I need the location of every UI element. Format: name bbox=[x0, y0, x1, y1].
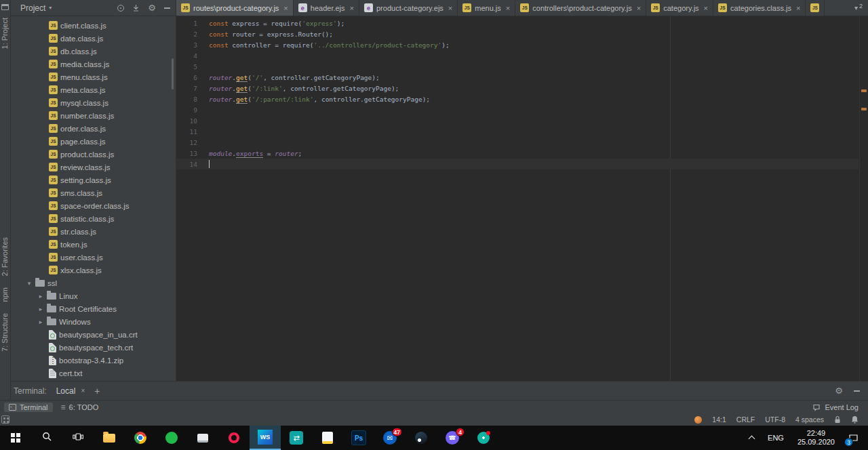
editor-tab[interactable]: eproduct-category.ejs× bbox=[359, 0, 458, 16]
terminal-toolwindow-button[interactable]: › Terminal bbox=[4, 403, 53, 412]
close-tab-icon[interactable]: × bbox=[637, 4, 641, 12]
indent-widget[interactable]: 4 spaces bbox=[795, 415, 824, 424]
caret-position-widget[interactable]: 14:1 bbox=[712, 415, 726, 424]
tree-row[interactable]: JSstatistic.class.js bbox=[11, 212, 176, 225]
tree-row[interactable]: JSmedia.class.js bbox=[11, 58, 176, 70]
editor-tab[interactable]: JScategory.js× bbox=[646, 0, 713, 16]
code-line[interactable]: 8router.get('/:parent/:link', controller… bbox=[176, 94, 859, 104]
code-line[interactable]: 13module.exports = router; bbox=[176, 148, 859, 159]
lock-icon[interactable] bbox=[834, 415, 841, 424]
tree-row[interactable]: JSmeta.class.js bbox=[11, 83, 176, 96]
photoshop-button[interactable]: Ps bbox=[343, 426, 374, 450]
editor-tab[interactable]: eheader.ejs× bbox=[294, 0, 359, 16]
tree-row[interactable]: ▸Linux bbox=[11, 289, 176, 302]
tree-row[interactable]: JSreview.class.js bbox=[11, 161, 176, 173]
tree-row[interactable]: JSstr.class.js bbox=[11, 225, 176, 238]
error-stripe[interactable] bbox=[859, 16, 868, 381]
code-line[interactable]: 9 bbox=[176, 104, 859, 115]
tool-window-button-structure[interactable]: 7: Structure bbox=[1, 313, 9, 352]
tray-clock[interactable]: 22:49 25.09.2020 bbox=[792, 426, 840, 450]
tool-window-button-project[interactable]: 1: Project bbox=[1, 18, 9, 49]
green-circle-app-button[interactable] bbox=[156, 426, 187, 450]
close-tab-icon[interactable]: × bbox=[350, 4, 354, 12]
tree-scrollbar[interactable] bbox=[172, 58, 174, 89]
start-button[interactable] bbox=[0, 426, 31, 450]
teal-dot-app-button[interactable] bbox=[468, 426, 499, 450]
code-line[interactable]: 3const controller = require('../controll… bbox=[176, 39, 859, 50]
close-tab-icon[interactable]: × bbox=[448, 4, 452, 12]
tree-row[interactable]: JSmysql.class.js bbox=[11, 96, 176, 109]
inspection-bell-icon[interactable] bbox=[851, 415, 859, 424]
editor-tab[interactable]: JSroutes\product-category.js× bbox=[176, 0, 294, 16]
tree-row[interactable]: ▾ssl bbox=[11, 277, 176, 289]
editor-tab[interactable]: JS bbox=[806, 0, 825, 16]
code-area[interactable]: 1const express = require('express');2con… bbox=[176, 18, 859, 169]
tool-window-button-npm[interactable]: npm bbox=[1, 287, 9, 302]
code-line[interactable]: 1const express = require('express'); bbox=[176, 18, 859, 28]
new-terminal-session-icon[interactable]: + bbox=[94, 386, 100, 396]
locate-file-icon[interactable] bbox=[117, 5, 124, 12]
tree-row[interactable]: JStoken.js bbox=[11, 238, 176, 251]
tree-row[interactable]: beautyspace_in_ua.crt bbox=[11, 328, 176, 341]
tree-row[interactable]: JSsetting.class.js bbox=[11, 173, 176, 186]
chevron-right-icon[interactable]: ▸ bbox=[37, 293, 44, 300]
editor-tab[interactable]: JScategories.class.js× bbox=[713, 0, 806, 16]
webstorm-button[interactable]: WS bbox=[250, 426, 281, 450]
code-line[interactable]: 6router.get('/', controller.getCategoryP… bbox=[176, 72, 859, 83]
tree-row[interactable]: JSnumber.class.js bbox=[11, 109, 176, 122]
chevron-down-icon[interactable]: ▾ bbox=[49, 5, 52, 11]
teal-arrows-app-button[interactable]: ⇄ bbox=[281, 426, 312, 450]
tree-row[interactable]: JSpage.class.js bbox=[11, 135, 176, 148]
hide-panel-icon[interactable] bbox=[854, 390, 860, 392]
close-tab-icon[interactable]: × bbox=[506, 4, 510, 12]
steam-app-button[interactable] bbox=[406, 426, 437, 450]
tree-row[interactable]: JSproduct.class.js bbox=[11, 148, 176, 161]
tree-row[interactable]: cert.txt bbox=[11, 367, 176, 380]
tree-row[interactable]: JSxlsx.class.js bbox=[11, 264, 176, 277]
chevron-down-icon[interactable]: ▾ bbox=[26, 280, 33, 287]
search-button[interactable] bbox=[31, 426, 62, 450]
chevron-right-icon[interactable]: ▸ bbox=[37, 319, 44, 325]
collapse-all-icon[interactable] bbox=[132, 4, 140, 12]
tool-window-switcher-icon[interactable] bbox=[1, 415, 9, 424]
action-center-button[interactable]: 3 bbox=[843, 426, 864, 450]
tree-row[interactable]: JSclient.class.js bbox=[11, 19, 176, 32]
file-explorer-button[interactable] bbox=[94, 426, 125, 450]
red-ring-app-button[interactable] bbox=[218, 426, 250, 450]
tree-row[interactable]: beautyspace_tech.crt bbox=[11, 341, 176, 354]
tree-row[interactable]: JSdate.class.js bbox=[11, 32, 176, 45]
hidden-tabs-dropdown[interactable]: ▾ 2 bbox=[849, 0, 868, 16]
tree-row[interactable]: ▸Windows bbox=[11, 315, 176, 328]
monitor-app-button[interactable] bbox=[187, 426, 218, 450]
editor-tab[interactable]: JScontrollers\product-category.js× bbox=[515, 0, 646, 16]
tree-row[interactable]: JSspace-order.class.js bbox=[11, 199, 176, 212]
project-panel-title[interactable]: Project bbox=[20, 3, 45, 13]
tree-row[interactable]: JSdb.class.js bbox=[11, 45, 176, 58]
settings-gear-icon[interactable]: ⚙ bbox=[835, 386, 843, 395]
line-separator-widget[interactable]: CRLF bbox=[736, 415, 755, 424]
event-indicator-icon[interactable] bbox=[694, 416, 702, 424]
tree-row[interactable]: ▸Root Certificates bbox=[11, 302, 176, 315]
hide-panel-icon[interactable] bbox=[164, 7, 170, 9]
chrome-button[interactable] bbox=[125, 426, 156, 450]
chevron-right-icon[interactable]: ▸ bbox=[37, 306, 44, 312]
code-line[interactable]: 2const router = express.Router(); bbox=[176, 28, 859, 39]
tool-window-button-favorites[interactable]: 2: Favorites bbox=[1, 237, 9, 276]
code-line[interactable]: 5 bbox=[176, 61, 859, 72]
mail-app-button[interactable]: ✉47 bbox=[374, 426, 406, 450]
code-line[interactable]: 10 bbox=[176, 115, 859, 126]
close-tab-icon[interactable]: × bbox=[796, 4, 800, 12]
viber-app-button[interactable]: ☎4 bbox=[437, 426, 468, 450]
close-tab-icon[interactable]: × bbox=[283, 4, 288, 12]
editor-pane[interactable]: 1const express = require('express');2con… bbox=[176, 16, 868, 381]
todo-toolwindow-button[interactable]: ≡ 6: TODO bbox=[61, 403, 99, 411]
code-line[interactable]: 14 bbox=[176, 159, 859, 169]
tree-row[interactable]: JSorder.class.js bbox=[11, 122, 176, 135]
code-line[interactable]: 4 bbox=[176, 50, 859, 61]
editor-tab[interactable]: JSmenu.js× bbox=[458, 0, 515, 16]
encoding-widget[interactable]: UTF-8 bbox=[765, 415, 785, 424]
code-line[interactable]: 7router.get('/:link', controller.getCate… bbox=[176, 83, 859, 94]
tray-expand-button[interactable] bbox=[744, 426, 760, 450]
tree-row[interactable]: JSmenu.class.js bbox=[11, 70, 176, 83]
tree-row[interactable]: JSuser.class.js bbox=[11, 251, 176, 264]
